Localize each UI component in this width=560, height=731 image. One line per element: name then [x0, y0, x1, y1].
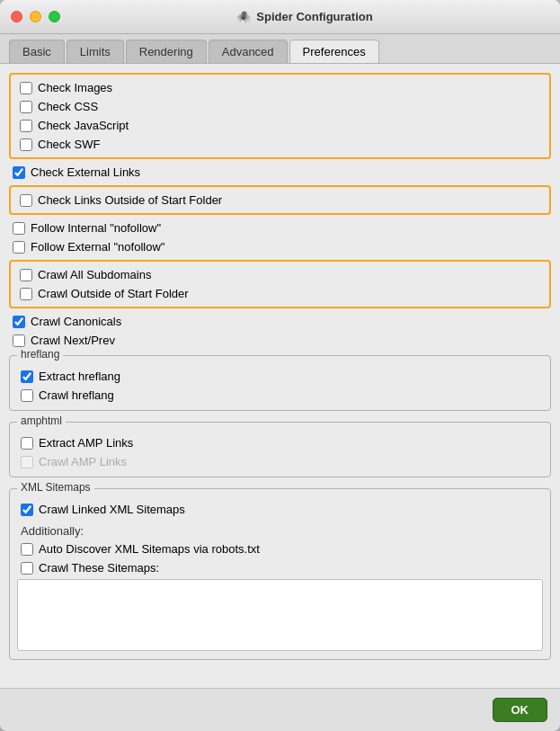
- crawl-amp-label: Crawl AMP Links: [39, 455, 127, 468]
- crawl-canonicals-checkbox[interactable]: [13, 316, 25, 328]
- crawl-outside-start-checkbox[interactable]: [20, 288, 32, 300]
- check-external-label: Check External Links: [31, 165, 140, 179]
- check-js-label: Check JavaScript: [38, 119, 129, 132]
- extract-amp-item: Extract AMP Links: [17, 433, 543, 452]
- crawl-linked-xml-checkbox[interactable]: [21, 504, 33, 516]
- maximize-button[interactable]: [49, 11, 60, 22]
- check-links-outside-item: Check Links Outside of Start Folder: [16, 191, 544, 209]
- check-images-checkbox[interactable]: [20, 82, 32, 94]
- crawl-outside-start-label: Crawl Outside of Start Folder: [38, 287, 189, 300]
- check-links-outside-label: Check Links Outside of Start Folder: [38, 193, 222, 207]
- highlight-group-crawl: Crawl All Subdomains Crawl Outside of St…: [9, 260, 551, 308]
- follow-internal-item: Follow Internal "nofollow": [9, 218, 551, 237]
- check-css-label: Check CSS: [38, 100, 98, 113]
- tab-preferences[interactable]: Preferences: [289, 40, 379, 63]
- auto-discover-item: Auto Discover XML Sitemaps via robots.tx…: [17, 539, 543, 558]
- xml-sitemaps-content: Crawl Linked XML Sitemaps Additionally: …: [17, 500, 543, 654]
- check-js-checkbox[interactable]: [20, 120, 32, 132]
- footer: OK: [0, 688, 560, 731]
- follow-external-label: Follow External "nofollow": [31, 240, 164, 254]
- auto-discover-checkbox[interactable]: [21, 543, 33, 556]
- sitemaps-textarea[interactable]: [17, 579, 543, 651]
- minimize-button[interactable]: [30, 11, 41, 22]
- window: 🕷️ Spider Configuration Basic Limits Ren…: [0, 0, 560, 731]
- crawl-all-subdomains-item: Crawl All Subdomains: [16, 265, 544, 284]
- extract-hreflang-label: Extract hreflang: [39, 370, 120, 383]
- check-links-outside-checkbox[interactable]: [20, 194, 32, 207]
- window-controls: [11, 11, 60, 22]
- tabs-bar: Basic Limits Rendering Advanced Preferen…: [0, 34, 560, 64]
- extract-amp-label: Extract AMP Links: [39, 436, 133, 450]
- crawl-these-sitemaps-checkbox[interactable]: [21, 562, 33, 575]
- crawl-next-prev-item: Crawl Next/Prev: [9, 331, 551, 350]
- check-css-checkbox[interactable]: [20, 101, 32, 113]
- crawl-hreflang-checkbox[interactable]: [21, 389, 33, 402]
- crawl-all-subdomains-label: Crawl All Subdomains: [38, 268, 151, 281]
- follow-external-checkbox[interactable]: [13, 241, 25, 254]
- check-images-label: Check Images: [38, 81, 112, 94]
- follow-internal-checkbox[interactable]: [13, 222, 25, 235]
- crawl-hreflang-item: Crawl hreflang: [17, 386, 543, 405]
- crawl-next-prev-checkbox[interactable]: [13, 334, 25, 347]
- xml-sitemaps-group: XML Sitemaps Crawl Linked XML Sitemaps A…: [9, 488, 551, 660]
- check-images-item: Check Images: [16, 78, 544, 97]
- amphtml-group: amphtml Extract AMP Links Crawl AMP Link…: [9, 422, 551, 477]
- check-external-checkbox[interactable]: [13, 166, 25, 179]
- check-external-item: Check External Links: [9, 163, 551, 182]
- crawl-next-prev-label: Crawl Next/Prev: [31, 334, 115, 347]
- extract-hreflang-item: Extract hreflang: [17, 367, 543, 386]
- check-js-item: Check JavaScript: [16, 116, 544, 135]
- hreflang-label: hreflang: [17, 348, 63, 361]
- follow-internal-label: Follow Internal "nofollow": [31, 221, 161, 235]
- crawl-amp-checkbox[interactable]: [21, 456, 33, 468]
- xml-sitemaps-label: XML Sitemaps: [17, 481, 94, 494]
- amphtml-content: Extract AMP Links Crawl AMP Links: [17, 433, 543, 471]
- check-swf-label: Check SWF: [38, 138, 100, 151]
- hreflang-content: Extract hreflang Crawl hreflang: [17, 367, 543, 405]
- follow-external-item: Follow External "nofollow": [9, 237, 551, 256]
- close-button[interactable]: [11, 11, 22, 22]
- hreflang-group: hreflang Extract hreflang Crawl hreflang: [9, 355, 551, 411]
- crawl-all-subdomains-checkbox[interactable]: [20, 269, 32, 281]
- extract-hreflang-checkbox[interactable]: [21, 370, 33, 383]
- amphtml-label: amphtml: [17, 415, 66, 427]
- check-css-item: Check CSS: [16, 97, 544, 116]
- crawl-linked-xml-label: Crawl Linked XML Sitemaps: [39, 503, 185, 516]
- crawl-these-sitemaps-item: Crawl These Sitemaps:: [17, 558, 543, 577]
- check-swf-checkbox[interactable]: [20, 138, 32, 151]
- crawl-hreflang-label: Crawl hreflang: [39, 388, 114, 402]
- auto-discover-label: Auto Discover XML Sitemaps via robots.tx…: [39, 542, 260, 556]
- tab-limits[interactable]: Limits: [67, 40, 124, 63]
- highlight-group-links-outside: Check Links Outside of Start Folder: [9, 185, 551, 215]
- crawl-these-sitemaps-label: Crawl These Sitemaps:: [39, 561, 159, 575]
- crawl-outside-start-item: Crawl Outside of Start Folder: [16, 284, 544, 303]
- tab-basic[interactable]: Basic: [9, 40, 65, 63]
- content-area: Check Images Check CSS Check JavaScript …: [0, 64, 560, 688]
- window-icon: 🕷️: [236, 10, 251, 23]
- crawl-canonicals-label: Crawl Canonicals: [31, 315, 121, 328]
- check-swf-item: Check SWF: [16, 135, 544, 154]
- additionally-label: Additionally:: [17, 522, 543, 539]
- crawl-amp-item: Crawl AMP Links: [17, 452, 543, 471]
- tab-rendering[interactable]: Rendering: [126, 40, 207, 63]
- ok-button[interactable]: OK: [493, 698, 548, 722]
- highlight-group-check-files: Check Images Check CSS Check JavaScript …: [9, 73, 551, 159]
- titlebar: 🕷️ Spider Configuration: [0, 0, 560, 34]
- crawl-canonicals-item: Crawl Canonicals: [9, 312, 551, 331]
- crawl-linked-xml-item: Crawl Linked XML Sitemaps: [17, 500, 543, 519]
- window-title: 🕷️ Spider Configuration: [60, 10, 549, 23]
- tab-advanced[interactable]: Advanced: [209, 40, 288, 63]
- extract-amp-checkbox[interactable]: [21, 437, 33, 450]
